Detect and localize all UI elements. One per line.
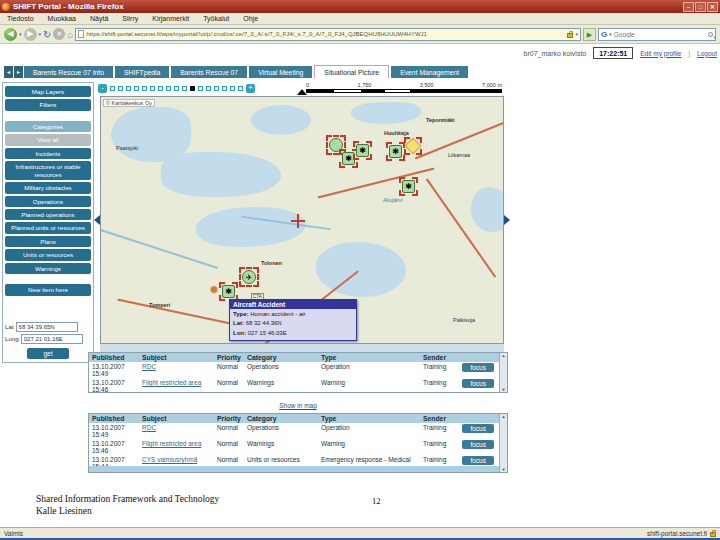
tab-event-management[interactable]: Event Management <box>391 66 468 78</box>
subject-link[interactable]: Flight restricted area <box>142 440 201 447</box>
subject-link[interactable]: Flight restricted area <box>142 379 201 386</box>
zoom-level-tick[interactable] <box>198 86 203 91</box>
zoom-level-tick[interactable] <box>214 86 219 91</box>
sidebar-item-plans[interactable]: Plans <box>5 236 91 247</box>
menu-siirry[interactable]: Siirry <box>115 15 145 22</box>
zoom-level-tick[interactable] <box>230 86 235 91</box>
search-box[interactable]: G ▾ <box>598 28 716 41</box>
tab-situational-picture[interactable]: Situational Picture <box>314 65 389 78</box>
search-input[interactable] <box>614 31 706 38</box>
sidebar-item-incidents[interactable]: Incidents <box>5 148 91 159</box>
back-dropdown-icon[interactable]: ▾ <box>19 31 22 37</box>
tabs-scroll-right-icon[interactable]: ▸ <box>14 66 23 78</box>
menu-tyokalut[interactable]: Työkalut <box>196 15 236 22</box>
zoom-level-tick[interactable] <box>166 86 171 91</box>
table-scrollbar[interactable]: ▲▼ <box>499 353 507 392</box>
show-in-map-link[interactable]: Show in map <box>279 402 317 409</box>
focus-button[interactable]: focus <box>462 440 494 449</box>
scroll-up-icon[interactable]: ▲ <box>502 353 506 358</box>
zoom-level-tick[interactable] <box>118 86 123 91</box>
zoom-level-tick[interactable] <box>182 86 187 91</box>
url-bar[interactable]: https://shift-portal.secunet.fi/wps/mypo… <box>75 28 581 41</box>
subject-link[interactable]: CYS valmiusryhmä <box>142 456 197 463</box>
zoom-level-tick[interactable] <box>222 86 227 91</box>
incident-marker-medical[interactable]: ✱ <box>386 142 405 161</box>
scroll-up-icon[interactable]: ▲ <box>502 414 506 419</box>
maximize-button[interactable]: □ <box>695 2 706 12</box>
sidebar-view-all-button[interactable]: View all <box>5 134 91 145</box>
get-coordinates-button[interactable]: get <box>27 348 69 359</box>
focus-button[interactable]: focus <box>462 424 494 433</box>
tab-shiftpedia[interactable]: SHIFTpedia <box>115 66 169 78</box>
go-button[interactable]: ▶ <box>583 28 596 41</box>
star-of-life-icon: ✱ <box>356 144 369 157</box>
zoom-level-current[interactable] <box>190 86 195 91</box>
focus-button[interactable]: focus <box>462 363 494 372</box>
incident-marker-warning[interactable] <box>404 137 422 155</box>
sidebar-item-units-or-resources[interactable]: Units or resources <box>5 249 91 260</box>
incident-marker-medical[interactable]: ✱ <box>353 141 372 160</box>
map-canvas[interactable]: © Karttakeskus Oy Paatsjoki Huuhkaja Tep… <box>100 96 504 344</box>
focus-button[interactable]: focus <box>462 456 494 465</box>
incident-marker-aircraft[interactable]: ✈ <box>239 267 259 287</box>
url-dropdown-icon[interactable]: ▾ <box>575 31 578 37</box>
pan-north-icon[interactable] <box>297 89 307 95</box>
tab-virtual-meeting[interactable]: Virtual Meeting <box>249 66 312 78</box>
pan-east-icon[interactable] <box>504 215 510 225</box>
sidebar-item-military-obstacles[interactable]: Military obstacles <box>5 182 91 193</box>
scroll-down-icon[interactable]: ▼ <box>502 467 506 472</box>
zoom-level-tick[interactable] <box>134 86 139 91</box>
close-button[interactable]: ✕ <box>707 2 718 12</box>
new-item-here-button[interactable]: New item here <box>5 284 91 295</box>
zoom-level-tick[interactable] <box>206 86 211 91</box>
sidebar-item-planned-units[interactable]: Planned units or resources <box>5 222 91 233</box>
stop-button[interactable]: ✕ <box>53 28 65 40</box>
zoom-level-tick[interactable] <box>110 86 115 91</box>
long-input[interactable] <box>21 334 83 344</box>
lat-label: Lat <box>5 323 14 330</box>
incident-marker-medical[interactable]: ✱ <box>399 177 418 196</box>
minimize-button[interactable]: – <box>683 2 694 12</box>
search-icon[interactable] <box>708 32 713 37</box>
zoom-level-tick[interactable] <box>142 86 147 91</box>
zoom-level-tick[interactable] <box>158 86 163 91</box>
search-engine-dropdown-icon[interactable]: ▾ <box>609 31 612 37</box>
zoom-level-tick[interactable] <box>238 86 243 91</box>
tab-barents-rescue-07-info[interactable]: Barents Rescue 07 Info <box>24 66 113 78</box>
subject-link[interactable]: RDC <box>142 424 156 431</box>
logout-link[interactable]: Logout <box>697 50 717 57</box>
sidebar-map-layers-button[interactable]: Map Layers <box>5 86 91 97</box>
col-subject: Subject <box>139 354 217 361</box>
edit-profile-link[interactable]: Edit my profile <box>640 50 681 57</box>
menu-ohje[interactable]: Ohje <box>236 15 265 22</box>
menu-tiedosto[interactable]: Tiedosto <box>0 15 41 22</box>
tabs-scroll-left-icon[interactable]: ◂ <box>4 66 13 78</box>
sidebar-item-warnings[interactable]: Warnings <box>5 263 91 274</box>
table-scrollbar[interactable]: ▲▼ <box>499 414 507 472</box>
url-text[interactable]: https://shift-portal.secunet.fi/wps/mypo… <box>86 31 565 37</box>
zoom-out-button[interactable]: - <box>98 84 107 93</box>
focus-button[interactable]: focus <box>462 379 494 388</box>
lake-shape <box>351 102 421 124</box>
tab-barents-rescue-07[interactable]: Barents Rescue 07 <box>171 66 247 78</box>
sidebar-item-operations[interactable]: Operations <box>5 196 91 207</box>
menu-muokkaa[interactable]: Muokkaa <box>41 15 83 22</box>
zoom-in-button[interactable]: + <box>246 84 255 93</box>
zoom-level-tick[interactable] <box>150 86 155 91</box>
home-button[interactable]: ⌂ <box>67 29 73 40</box>
scroll-down-icon[interactable]: ▼ <box>502 387 506 392</box>
sidebar-item-infrastructures[interactable]: Infrastructures or stable resources <box>5 161 91 180</box>
subject-link[interactable]: RDC <box>142 363 156 370</box>
sidebar-item-planned-operations[interactable]: Planned operations <box>5 209 91 220</box>
sidebar-categories-header[interactable]: Categories <box>5 121 91 132</box>
back-button[interactable]: ◀ <box>4 28 17 41</box>
zoom-level-tick[interactable] <box>174 86 179 91</box>
menu-nayta[interactable]: Näytä <box>83 15 115 22</box>
lat-input[interactable] <box>16 322 78 332</box>
menu-kirjanmerkit[interactable]: Kirjanmerkit <box>145 15 196 22</box>
forward-button[interactable]: ▶ <box>24 28 37 41</box>
reload-button[interactable]: ↻ <box>43 28 51 41</box>
sidebar-filters-button[interactable]: Filters <box>5 99 91 110</box>
forward-dropdown-icon[interactable]: ▾ <box>39 31 42 37</box>
zoom-level-tick[interactable] <box>126 86 131 91</box>
